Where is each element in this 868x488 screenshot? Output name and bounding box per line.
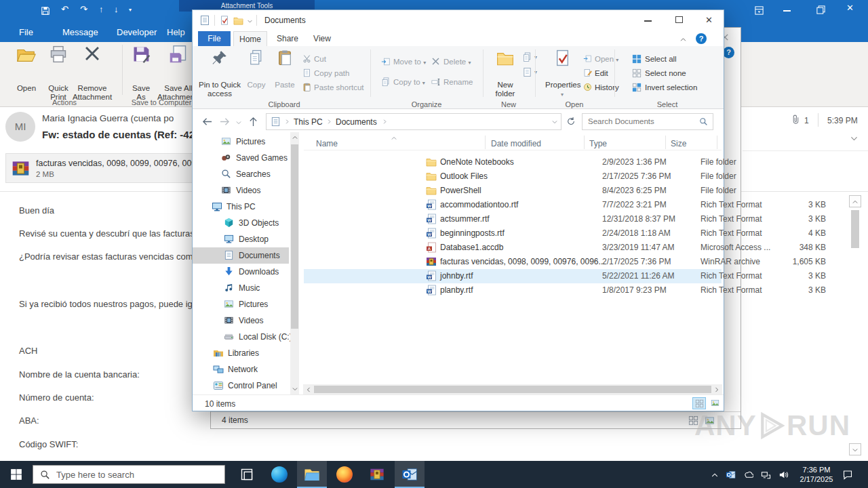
file-row[interactable]: actsummer.rtf12/31/2018 8:37 PMRich Text… <box>304 212 722 226</box>
clock[interactable]: 7:36 PM 2/17/2025 <box>795 465 838 484</box>
scroll-up-button[interactable] <box>849 195 861 207</box>
search-icon[interactable] <box>699 117 708 126</box>
undo-icon[interactable]: ↶ <box>61 4 68 14</box>
help-icon[interactable]: ? <box>696 33 707 44</box>
taskbar-explorer-button[interactable] <box>297 461 327 488</box>
sidebar-item-libraries[interactable]: Libraries <box>193 345 289 361</box>
copy-button[interactable]: Copy <box>243 49 270 89</box>
column-header-name[interactable]: Name <box>316 139 338 148</box>
pin-to-quick-access-button[interactable]: Pin to Quickaccess <box>195 49 244 98</box>
tray-outlook-icon[interactable] <box>726 470 736 480</box>
sidebar-item-network[interactable]: Network <box>193 361 289 378</box>
outlook-tab-message[interactable]: Message <box>62 27 98 37</box>
move-to-button[interactable]: Move to ▾ <box>381 56 426 68</box>
save-as-button[interactable]: SaveAs <box>127 45 155 102</box>
address-dropdown-icon[interactable] <box>551 119 558 125</box>
remove-attachment-button[interactable]: RemoveAttachment <box>68 45 117 102</box>
back-icon[interactable] <box>202 117 212 127</box>
properties-button[interactable]: Properties▾ <box>545 49 579 99</box>
qat-dropdown-icon[interactable]: ▾ <box>129 7 132 13</box>
nav-scroll-down-icon[interactable] <box>292 386 298 392</box>
previous-item-icon[interactable]: ↑ <box>99 4 104 14</box>
nav-scrollbar-thumb[interactable] <box>291 144 298 329</box>
scroll-right-icon[interactable] <box>713 386 720 393</box>
file-row[interactable]: Database1.accdb3/23/2019 11:47 AMMicroso… <box>304 241 722 255</box>
copy-to-button[interactable]: Copy to ▾ <box>381 77 425 89</box>
copy-path-button[interactable]: Copy path <box>302 68 349 79</box>
help-icon[interactable]: ? <box>723 47 734 58</box>
taskbar-firefox-button[interactable] <box>330 461 359 488</box>
recent-locations-icon[interactable] <box>235 119 242 126</box>
edit-button[interactable]: Edit <box>583 68 608 79</box>
select-all-button[interactable]: Select all <box>632 54 677 64</box>
qat-properties-icon[interactable] <box>220 16 229 25</box>
file-row[interactable]: Outlook Files2/17/2025 7:36 PMFile folde… <box>304 169 722 184</box>
column-divider[interactable] <box>485 136 486 149</box>
file-row[interactable]: beginningposts.rtf2/24/2018 1:18 AMRich … <box>304 226 722 241</box>
invert-selection-button[interactable]: Invert selection <box>632 82 697 93</box>
tab-home[interactable]: Home <box>233 31 267 47</box>
file-row[interactable]: PowerShell8/4/2023 6:25 PMFile folder <box>304 184 722 198</box>
column-divider[interactable] <box>717 136 717 149</box>
scroll-left-icon[interactable] <box>305 386 312 393</box>
open-button[interactable]: Open ▾ <box>583 54 618 66</box>
breadcrumb-chevron-icon[interactable] <box>382 119 388 125</box>
tab-view[interactable]: View <box>307 31 338 47</box>
close-button[interactable]: ✕ <box>694 10 724 30</box>
new-folder-button[interactable]: Newfolder <box>490 49 521 98</box>
minimize-button[interactable] <box>632 10 663 30</box>
sidebar-item-pictures-pc[interactable]: Pictures <box>193 296 289 312</box>
paste-shortcut-button[interactable]: Paste shortcut <box>302 82 364 93</box>
maximize-button[interactable] <box>663 10 694 30</box>
outlook-tab-help[interactable]: Help <box>167 27 185 37</box>
redo-icon[interactable]: ↷ <box>80 4 87 14</box>
action-center-icon[interactable] <box>842 469 853 480</box>
tray-onedrive-icon[interactable] <box>743 470 753 480</box>
sidebar-item-documents[interactable]: Documents <box>193 247 289 264</box>
rename-button[interactable]: Rename <box>431 77 473 87</box>
address-bar[interactable]: This PC Documents <box>266 113 561 130</box>
breadcrumb-chevron-icon[interactable] <box>326 119 332 125</box>
sidebar-item-downloads[interactable]: Downloads <box>193 264 289 280</box>
sidebar-item-videos-pc[interactable]: Videos <box>193 312 289 329</box>
open-attachment-button[interactable]: Open <box>9 45 43 93</box>
taskbar-edge-button[interactable] <box>264 461 294 488</box>
sidebar-item-music[interactable]: Music <box>193 280 289 296</box>
file-row[interactable]: facturas vencidas, 0098, 0099, 00976, 00… <box>304 255 722 269</box>
sidebar-item-3d-objects[interactable]: 3D Objects <box>193 215 289 231</box>
file-row[interactable]: planby.rtf1/8/2017 9:23 PMRich Text Form… <box>304 283 722 298</box>
file-row[interactable]: accommodationtoo.rtf7/7/2022 3:21 PMRich… <box>304 198 722 212</box>
taskbar-outlook-button[interactable] <box>395 461 425 488</box>
tab-share[interactable]: Share <box>270 31 305 47</box>
refresh-icon[interactable] <box>566 117 576 126</box>
breadcrumb-chevron-icon[interactable] <box>284 119 290 125</box>
forward-icon[interactable] <box>220 117 230 127</box>
tab-file[interactable]: File <box>198 31 231 47</box>
sidebar-item-saved-games[interactable]: Saved Games <box>193 150 289 166</box>
history-button[interactable]: History <box>583 82 619 93</box>
column-header-date[interactable]: Date modified <box>491 139 541 148</box>
outlook-tab-developer[interactable]: Developer <box>117 27 157 37</box>
outlook-restore-button[interactable] <box>816 5 826 15</box>
scroll-down-button[interactable] <box>849 443 861 455</box>
minimize-ribbon-icon[interactable] <box>679 36 687 43</box>
select-none-button[interactable]: Select none <box>632 68 686 79</box>
sidebar-item-control-panel[interactable]: Control Panel <box>193 378 289 394</box>
message-expand-chevron-icon[interactable] <box>850 134 859 143</box>
cut-button[interactable]: Cut <box>302 54 326 64</box>
column-header-size[interactable]: Size <box>671 139 686 148</box>
taskbar-search-input[interactable]: Type here to search <box>33 465 225 484</box>
ribbon-display-options-icon[interactable] <box>754 5 764 16</box>
search-input[interactable]: Search Documents <box>582 113 713 130</box>
next-item-icon[interactable]: ↓ <box>114 4 119 14</box>
scrollbar-thumb[interactable] <box>851 210 859 248</box>
sidebar-item-searches[interactable]: Searches <box>193 166 289 182</box>
breadcrumb-documents[interactable]: Documents <box>336 117 377 127</box>
task-view-button[interactable] <box>233 461 260 488</box>
save-icon[interactable] <box>41 6 50 16</box>
column-header-type[interactable]: Type <box>589 139 607 148</box>
sidebar-item-local-disk[interactable]: Local Disk (C:) <box>193 329 289 345</box>
outlook-minimize-button[interactable] <box>783 10 791 12</box>
outlook-close-button[interactable]: ✕ <box>846 3 854 13</box>
start-button[interactable] <box>0 461 33 488</box>
